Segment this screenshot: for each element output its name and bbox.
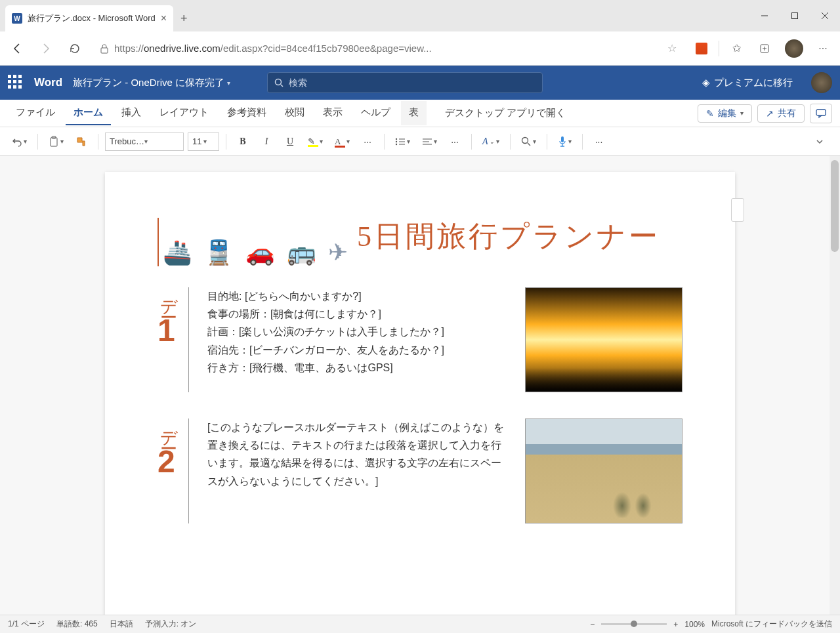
svg-point-13 [396,138,397,139]
edit-button[interactable]: ✎ 編集 ▾ [698,104,752,123]
tab-references[interactable]: 参考資料 [219,101,274,125]
collections-icon[interactable] [753,37,777,60]
svg-rect-24 [561,136,564,142]
browser-tab[interactable]: W 旅行プラン.docx - Microsoft Word × [5,5,173,31]
table-handle[interactable] [731,198,744,222]
more-para-button[interactable]: ··· [445,132,465,152]
tab-table[interactable]: 表 [401,101,427,125]
svg-point-15 [396,140,397,142]
bullets-button[interactable]: ▾ [391,132,414,152]
tab-insert[interactable]: 挿入 [114,101,149,125]
document-location[interactable]: 旅行プラン - OneDrive に保存完了 ▾ [73,77,230,89]
font-color-button[interactable]: A▾ [331,132,354,152]
search-box[interactable] [267,72,543,93]
predict-status[interactable]: 予測入力: オン [145,619,197,630]
maximize-button[interactable] [780,0,810,31]
tab-layout[interactable]: レイアウト [152,101,217,125]
tab-review[interactable]: 校閲 [277,101,312,125]
svg-point-17 [396,143,397,144]
profile-avatar[interactable] [782,37,806,60]
zoom-level[interactable]: 100% [684,620,705,629]
paste-button[interactable]: ▾ [45,132,68,152]
url-box[interactable]: https://onedrive.live.com/edit.aspx?cid=… [92,37,684,60]
tab-help[interactable]: ヘルプ [353,101,398,125]
document-page[interactable]: 🚢 🚆 🚗 🚌 ✈ 5日間旅行プランナー デー 1 目的地: [どちらへ向かいま… [105,172,735,615]
svg-line-23 [528,143,530,146]
align-button[interactable]: ▾ [418,132,441,152]
new-tab-button[interactable]: + [173,5,194,31]
styles-button[interactable]: A⌄▾ [478,132,503,152]
travel-icons: 🚢 🚆 🚗 🚌 ✈ [158,218,348,266]
office-icon[interactable] [690,37,713,60]
zoom-out-button[interactable]: − [590,620,595,629]
plane-icon: ✈ [328,239,348,266]
day2-label: デー 2 [158,419,189,523]
more-commands-button[interactable]: ··· [589,132,609,152]
day1-body[interactable]: 目的地: [どちらへ向かいますか?] 食事の場所：[朝食は何にしますか？] 計画… [207,287,507,392]
italic-button[interactable]: I [257,132,276,152]
word-count[interactable]: 単語数: 465 [56,619,98,630]
tab-file[interactable]: ファイル [8,101,63,125]
word-brand: Word [34,76,62,89]
bold-button[interactable]: B [233,132,253,152]
dictate-button[interactable]: ▾ [554,132,576,152]
zoom-in-button[interactable]: + [673,620,678,629]
zoom-slider[interactable] [601,623,667,625]
svg-point-22 [522,137,528,143]
browser-address-bar: https://onedrive.live.com/edit.aspx?cid=… [0,31,840,66]
font-size-select[interactable]: 11▾ [188,133,219,151]
page-status[interactable]: 1/1 ページ [8,619,45,630]
tab-view[interactable]: 表示 [315,101,350,125]
svg-rect-1 [792,13,798,19]
underline-button[interactable]: U [280,132,300,152]
search-icon [274,78,284,87]
favorites-icon[interactable]: ✩ [724,37,748,60]
star-icon[interactable]: ☆ [667,42,677,54]
app-launcher-icon[interactable] [8,75,24,91]
refresh-button[interactable] [63,37,87,60]
document-canvas[interactable]: 🚢 🚆 🚗 🚌 ✈ 5日間旅行プランナー デー 1 目的地: [どちらへ向かいま… [0,156,840,615]
find-button[interactable]: ▾ [517,132,540,152]
ribbon-tabs: ファイル ホーム 挿入 レイアウト 参考資料 校閲 表示 ヘルプ 表 デスクトッ… [0,100,840,127]
tab-title: 旅行プラン.docx - Microsoft Word [28,12,156,24]
train-icon: 🚆 [204,239,234,266]
browser-titlebar: W 旅行プラン.docx - Microsoft Word × + [0,0,840,31]
premium-button[interactable]: ◈ プレミアムに移行 [702,77,793,89]
svg-rect-4 [101,48,108,53]
word-favicon: W [12,13,22,24]
window-controls [749,0,840,31]
comment-icon [816,108,826,119]
browser-menu-icon[interactable]: ··· [811,37,835,60]
day2-image[interactable] [525,419,682,523]
account-avatar[interactable] [811,72,832,93]
vertical-scrollbar[interactable] [830,156,840,615]
svg-rect-10 [816,110,826,115]
day-row-1: デー 1 目的地: [どちらへ向かいますか?] 食事の場所：[朝食は何にしますか… [158,287,682,392]
close-window-button[interactable] [810,0,840,31]
collapse-ribbon-icon[interactable] [815,137,824,146]
feedback-link[interactable]: Microsoft にフィードバックを送信 [711,619,832,630]
tab-home[interactable]: ホーム [66,101,111,125]
tab-close-icon[interactable]: × [161,12,167,24]
pencil-icon: ✎ [706,108,714,119]
open-in-desktop[interactable]: デスクトップ アプリで開く [437,102,574,125]
undo-button[interactable]: ▾ [8,132,31,152]
day2-body[interactable]: [このようなプレースホルダーテキスト（例えばこのような）を置き換えるには、テキス… [207,419,507,523]
forward-button[interactable] [34,37,58,60]
back-button[interactable] [5,37,29,60]
scrollbar-thumb[interactable] [831,160,839,252]
format-painter-button[interactable] [72,132,91,152]
highlight-button[interactable]: ✎▾ [304,132,327,152]
search-input[interactable] [289,77,536,88]
language-status[interactable]: 日本語 [110,619,133,630]
document-title[interactable]: 5日間旅行プランナー [357,218,660,255]
ship-icon: 🚢 [163,239,192,266]
share-button[interactable]: ↗ 共有 [757,104,805,123]
font-name-select[interactable]: Trebuchet MS (...▾ [105,133,184,151]
more-font-button[interactable]: ··· [358,132,377,152]
comments-button[interactable] [810,104,832,123]
svg-point-8 [275,79,281,85]
word-header: Word 旅行プラン - OneDrive に保存完了 ▾ ◈ プレミアムに移行 [0,66,840,100]
minimize-button[interactable] [749,0,780,31]
day1-image[interactable] [525,287,682,392]
